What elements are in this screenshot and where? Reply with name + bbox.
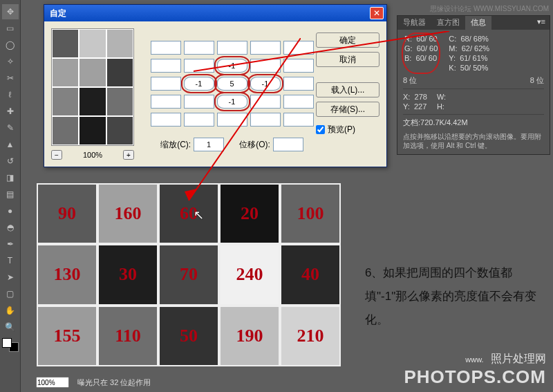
shape-tool[interactable]: ▢ [2,286,19,301]
brush-tool[interactable]: ✎ [2,120,19,136]
tools-panel: ✥ ▭ ◯ ✧ ✂ ℓ ✚ ✎ ▲ ↺ ◨ ▤ ● ◓ ✒ T ➤ ▢ ✋ 🔍 [0,0,21,392]
cmyk-readout: C: 68/ 68% M: 62/ 62% Y: 61/ 61% K: 50/ … [449,34,489,73]
grid-cell: 50 [158,306,219,366]
bit-depth-1: 8 位 [403,75,417,86]
kernel-cell-3-4[interactable] [283,95,314,109]
grid-cell: 110 [97,306,158,366]
kernel-cell-4-2[interactable] [217,113,247,127]
scale-input[interactable] [194,138,224,151]
tab-navigator[interactable]: 导航器 [397,16,431,30]
tab-info[interactable]: 信息 [465,16,491,30]
grid-cell: 60 [158,183,219,244]
kernel-cell-1-2[interactable] [217,59,247,73]
zoom-in-button[interactable]: + [123,150,134,160]
status-zoom[interactable] [36,377,69,388]
kernel-cell-2-2[interactable] [217,77,247,91]
preview-label: 预览(P) [328,124,355,136]
canvas-test-grid: 90160602010013030702404015511050190210 [37,183,341,366]
marquee-tool[interactable]: ▭ [2,21,19,36]
kernel-cell-3-0[interactable] [151,95,181,109]
tutorial-caption: 6、如果把周围的四个数值都填"-1"那么像素的亮度值不会有变化。 [365,261,545,332]
gradient-tool[interactable]: ▤ [2,187,19,202]
cancel-button[interactable]: 取消 [316,52,379,67]
kernel-cell-1-4[interactable] [283,59,314,73]
titlebar[interactable]: 自定 ✕ [44,5,386,21]
grid-cell: 100 [280,183,341,244]
ok-button[interactable]: 确定 [316,32,379,48]
xy-readout: X: 278 Y: 227 [403,92,427,111]
kernel-cell-4-0[interactable] [151,113,181,127]
kernel-cell-2-1[interactable] [184,77,214,91]
grid-cell: 155 [37,306,97,366]
panel-hint: 点按并拖移以沿想要的方向滚动图像。要用附加选项，使用 Alt 和 Ctrl 键。 [403,132,544,150]
kernel-cell-3-1[interactable] [184,95,214,109]
pen-tool[interactable]: ✒ [2,236,19,252]
grid-cell: 90 [37,183,97,244]
zoom-tool[interactable]: 🔍 [2,319,19,335]
preview-checkbox[interactable] [316,125,325,134]
blur-tool[interactable]: ● [2,203,19,218]
lasso-tool[interactable]: ◯ [2,37,19,53]
zoom-out-button[interactable]: − [51,150,62,160]
kernel-cell-2-3[interactable] [250,77,281,91]
grid-cell: 70 [158,244,219,305]
status-message: 曝光只在 32 位起作用 [77,377,151,388]
info-panel: 导航器 直方图 信息 ▾≡ R: 60/ 60 G: 60/ 60 B: 60/… [397,15,550,155]
kernel-cell-2-4[interactable] [283,77,314,91]
kernel-cell-1-0[interactable] [151,59,181,73]
dodge-tool[interactable]: ◓ [2,220,19,235]
grid-cell: 160 [97,183,158,244]
kernel-matrix [151,41,314,128]
status-bar: 曝光只在 32 位起作用 [36,377,151,388]
kernel-cell-0-4[interactable] [283,41,314,55]
preview-checkbox-row[interactable]: 预览(P) [316,124,379,136]
kernel-cell-0-1[interactable] [184,41,214,55]
kernel-cell-4-1[interactable] [184,113,214,127]
kernel-cell-3-3[interactable] [250,95,281,109]
doc-size: 文档:720.7K/4.42M [403,118,544,128]
close-button[interactable]: ✕ [370,7,384,19]
bit-depth-2: 8 位 [530,75,544,86]
grid-cell: 20 [219,183,280,244]
cursor-icon: ↖ [194,207,204,223]
hand-tool[interactable]: ✋ [2,303,19,318]
grid-cell: 130 [37,244,97,305]
save-button[interactable]: 存储(S)... [316,102,379,117]
wand-tool[interactable]: ✧ [2,54,19,69]
kernel-cell-0-2[interactable] [217,41,247,55]
kernel-cell-4-3[interactable] [250,113,281,127]
offset-input[interactable] [273,138,303,151]
move-tool[interactable]: ✥ [2,4,19,19]
dialog-title: 自定 [47,8,370,19]
kernel-cell-2-0[interactable] [151,77,181,91]
type-tool[interactable]: T [2,253,19,268]
history-brush-tool[interactable]: ↺ [2,153,19,169]
rgb-readout: R: 60/ 60 G: 60/ 60 B: 60/ 60 [403,34,439,73]
panel-menu-icon[interactable]: ▾≡ [533,16,550,30]
stamp-tool[interactable]: ▲ [2,137,19,152]
load-button[interactable]: 载入(L)... [316,82,379,97]
kernel-cell-4-4[interactable] [283,113,314,127]
tab-histogram[interactable]: 直方图 [431,16,465,30]
watermark-top: 思缘设计论坛 WWW.MISSYUAN.COM [430,4,549,14]
kernel-cell-0-0[interactable] [151,41,181,55]
color-swatches[interactable] [2,338,19,352]
grid-cell: 30 [97,244,158,305]
kernel-cell-1-3[interactable] [250,59,281,73]
kernel-cell-3-2[interactable] [217,95,247,109]
kernel-cell-1-1[interactable] [184,59,214,73]
heal-tool[interactable]: ✚ [2,104,19,119]
crop-tool[interactable]: ✂ [2,71,19,86]
grid-cell: 190 [219,306,280,366]
watermark-logo: www. 照片处理网 PHOTOPS.COM [404,352,546,388]
eyedropper-tool[interactable]: ℓ [2,87,19,102]
path-select-tool[interactable]: ➤ [2,270,19,285]
grid-cell: 40 [280,244,341,305]
grid-cell: 210 [280,306,341,366]
offset-label: 位移(O): [239,139,270,151]
eraser-tool[interactable]: ◨ [2,170,19,185]
preview-thumbnail [51,28,134,146]
kernel-cell-0-3[interactable] [250,41,281,55]
grid-cell: 240 [219,244,280,305]
wh-readout: W: H: [437,92,448,111]
